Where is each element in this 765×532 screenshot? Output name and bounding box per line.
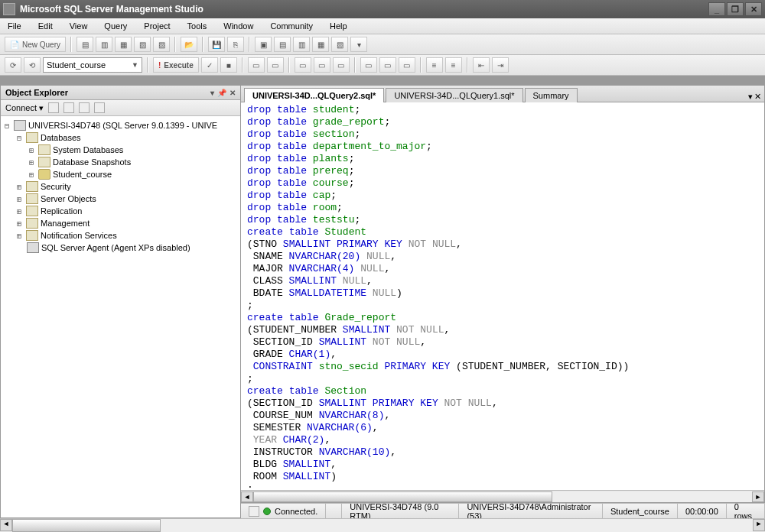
toolbar-sql-2[interactable]: ⟲ [24, 57, 41, 73]
close-button[interactable]: ✕ [745, 2, 762, 16]
toolbar-sql-5[interactable]: ▭ [295, 57, 311, 73]
toolbar-sql: ⟳ ⟲ Student_course ▼ ! Execute ✓ ■ ▭ ▭ ▭… [0, 55, 765, 76]
minimize-button[interactable]: _ [708, 2, 725, 16]
tree-serverobjects-node[interactable]: Server Objects [41, 194, 96, 203]
toolbar-sql-9[interactable]: ▭ [379, 57, 396, 73]
tree-databases-node[interactable]: Databases [41, 133, 81, 142]
stop-button[interactable]: ■ [220, 57, 237, 73]
tab-close-icon[interactable]: ✕ [754, 92, 761, 102]
connect-tb-4[interactable] [94, 102, 105, 113]
expand-icon[interactable]: ⊞ [15, 183, 24, 191]
new-query-button[interactable]: 📄 New Query [5, 37, 66, 52]
tab-summary[interactable]: Summary [525, 88, 578, 102]
save-button[interactable]: 💾 [208, 37, 225, 52]
status-connected: Connected. [275, 507, 317, 516]
object-explorer-panel: Object Explorer ▾ 📌 ✕ Connect ▾ ⊟ UNIVER… [0, 85, 241, 518]
expand-icon[interactable]: ⊞ [27, 146, 36, 154]
scroll-right-icon[interactable]: ► [753, 519, 765, 531]
toolbar-btn-9[interactable]: ▦ [312, 37, 329, 52]
tab-query1[interactable]: UNIVERSI-34D...QLQuery1.sql* [386, 88, 522, 102]
expand-icon[interactable]: ⊞ [15, 207, 24, 216]
connect-button[interactable]: Connect ▾ [5, 103, 44, 113]
connect-tb-2[interactable] [63, 102, 74, 113]
toolbar-sql-12[interactable]: ≡ [445, 57, 462, 73]
toolbar-btn-6[interactable]: ▣ [255, 37, 272, 52]
status-icon [249, 506, 259, 517]
toolbar-btn-3[interactable]: ▦ [115, 37, 132, 52]
tree-studentcourse-node[interactable]: Student_course [53, 170, 112, 179]
menu-file[interactable]: File [5, 20, 24, 32]
open-button[interactable]: 📂 [181, 37, 197, 52]
database-selector[interactable]: Student_course ▼ [43, 57, 142, 73]
tree-security-node[interactable]: Security [41, 182, 71, 191]
toolbar-sql-8[interactable]: ▭ [360, 57, 377, 73]
toolbar-btn-4[interactable]: ▧ [134, 37, 151, 52]
tree-sysdb-node[interactable]: System Databases [53, 145, 123, 154]
menu-bar: File Edit View Query Project Tools Windo… [0, 18, 765, 34]
close-panel-icon[interactable]: ✕ [230, 89, 236, 97]
outdent-button[interactable]: ⇥ [492, 57, 509, 73]
scroll-right-icon[interactable]: ► [752, 491, 764, 502]
menu-community[interactable]: Community [267, 20, 316, 32]
toolbar-btn-10[interactable]: ▧ [331, 37, 348, 52]
chevron-down-icon: ▼ [132, 61, 138, 69]
tree-notification-node[interactable]: Notification Services [41, 231, 117, 240]
toolbar-sql-1[interactable]: ⟳ [5, 57, 21, 73]
folder-icon [38, 144, 50, 155]
editor-hscrollbar[interactable]: ◄ ► [241, 490, 764, 502]
scroll-left-icon[interactable]: ◄ [0, 519, 12, 531]
titlebar: Microsoft SQL Server Management Studio _… [0, 0, 765, 18]
execute-button[interactable]: ! Execute [153, 57, 199, 73]
menu-window[interactable]: Window [220, 20, 256, 32]
indent-button[interactable]: ⇤ [473, 57, 490, 73]
parse-button[interactable]: ✓ [201, 57, 218, 73]
pin-icon[interactable]: ▾ [210, 89, 214, 97]
tree-snapshots-node[interactable]: Database Snapshots [53, 157, 131, 167]
expand-icon[interactable]: ⊞ [15, 219, 24, 228]
tree-sqlagent-node[interactable]: SQL Server Agent (Agent XPs disabled) [41, 243, 190, 252]
menu-edit[interactable]: Edit [35, 20, 56, 32]
sql-editor[interactable]: drop table student; drop table grade_rep… [241, 102, 764, 490]
menu-help[interactable]: Help [327, 20, 350, 32]
maximize-button[interactable]: ❐ [727, 2, 744, 16]
connect-tb-3[interactable] [79, 102, 90, 113]
object-explorer-tree[interactable]: ⊟ UNIVERSI-34D748 (SQL Server 9.0.1399 -… [1, 116, 240, 517]
tree-replication-node[interactable]: Replication [41, 206, 82, 216]
toolbar-btn-5[interactable]: ▨ [153, 37, 170, 52]
expand-icon[interactable]: ⊞ [15, 232, 24, 240]
scroll-thumb[interactable] [12, 519, 161, 532]
toolbar-sql-7[interactable]: ▭ [333, 57, 350, 73]
toolbar-sql-10[interactable]: ▭ [399, 57, 415, 73]
autohide-icon[interactable]: 📌 [217, 89, 226, 97]
menu-project[interactable]: Project [141, 20, 173, 32]
collapse-icon[interactable]: ⊟ [15, 134, 24, 142]
saveall-button[interactable]: ⎘ [227, 37, 244, 52]
tree-server-node[interactable]: UNIVERSI-34D748 (SQL Server 9.0.1399 - U… [28, 121, 217, 130]
menu-tools[interactable]: Tools [184, 20, 210, 32]
toolbar-sql-3[interactable]: ▭ [248, 57, 265, 73]
tab-query2[interactable]: UNIVERSI-34D...QLQuery2.sql* [244, 88, 384, 102]
toolbar-sql-11[interactable]: ≡ [426, 57, 443, 73]
menu-view[interactable]: View [67, 20, 91, 32]
expand-icon[interactable]: ⊞ [27, 158, 36, 167]
tab-dropdown-icon[interactable]: ▾ [748, 92, 753, 102]
toolbar-sql-4[interactable]: ▭ [267, 57, 284, 73]
toolbar-btn-2[interactable]: ▥ [96, 37, 112, 52]
connect-tb-1[interactable] [48, 102, 59, 113]
scroll-thumb[interactable] [253, 491, 552, 502]
scroll-left-icon[interactable]: ◄ [241, 491, 253, 502]
expand-icon[interactable]: ⊞ [15, 195, 24, 203]
collapse-icon[interactable]: ⊟ [2, 122, 11, 130]
window-title: Microsoft SQL Server Management Studio [20, 4, 708, 15]
bottom-scrollbar[interactable]: ◄ ► [0, 518, 765, 532]
menu-query[interactable]: Query [101, 20, 130, 32]
toolbar-sql-6[interactable]: ▭ [314, 57, 330, 73]
expand-icon[interactable]: ⊞ [27, 170, 36, 179]
toolbar-btn-11[interactable]: ▾ [350, 37, 367, 52]
folder-icon [26, 193, 38, 204]
server-icon [14, 120, 26, 131]
toolbar-btn-8[interactable]: ▥ [293, 37, 310, 52]
tree-management-node[interactable]: Management [41, 219, 90, 228]
toolbar-btn-1[interactable]: ▤ [76, 37, 93, 52]
toolbar-btn-7[interactable]: ▤ [274, 37, 291, 52]
